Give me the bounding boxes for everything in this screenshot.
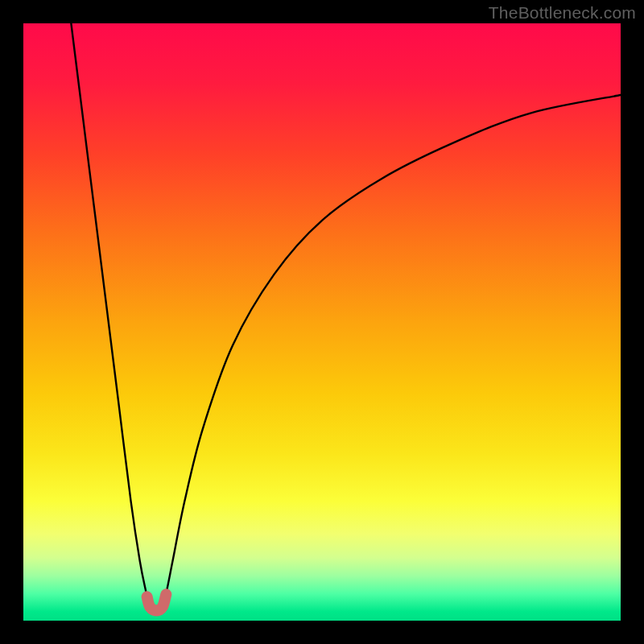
chart-svg	[23, 23, 621, 621]
watermark-text: TheBottleneck.com	[489, 3, 636, 23]
plot-area	[23, 23, 621, 621]
outer-frame: TheBottleneck.com	[0, 0, 644, 644]
